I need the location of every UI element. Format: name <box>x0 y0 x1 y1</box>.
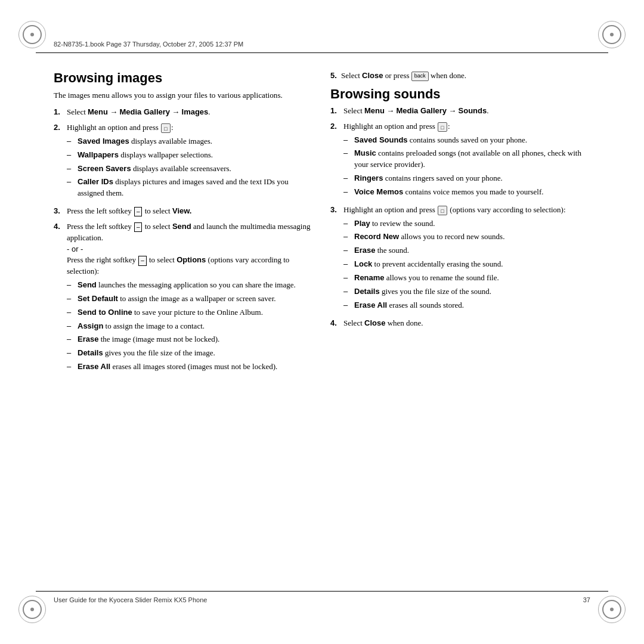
header-meta: 82-N8735-1.book Page 37 Thursday, Octobe… <box>54 41 243 48</box>
rmenu-bold: Menu <box>364 106 385 115</box>
rbullet-ringers-text: Ringers contains ringers saved on your p… <box>354 173 590 184</box>
close-bold: Close <box>362 71 383 80</box>
right-section-title: Browsing sounds <box>330 86 590 102</box>
rsounds-bold: Sounds <box>459 106 487 115</box>
bullet-erase-text: Erase the image (image must not be locke… <box>78 334 314 345</box>
bullet-send: – Send launches the messaging applicatio… <box>67 280 314 291</box>
left-step-2: 2. Highlight an option and press □: – Sa… <box>54 122 314 202</box>
rbullet-play: – Play to review the sound. <box>343 218 590 230</box>
rbullet-rename-text: Rename allows you to rename the sound fi… <box>354 273 590 284</box>
bullet-screensavers-text: Screen Savers displays available screens… <box>78 163 314 175</box>
reg-mark-br <box>602 600 621 619</box>
rbullet-rename: – Rename allows you to rename the sound … <box>343 273 590 284</box>
rbullet-saved-sounds-text: Saved Sounds contains sounds saved on yo… <box>354 135 590 146</box>
right-step-3: 3. Highlight an option and press □ (opti… <box>330 205 590 314</box>
dash-icon: – <box>67 177 75 199</box>
footer-bar <box>36 591 608 592</box>
rstep4-content: Select Close when done. <box>343 318 590 329</box>
right-step5: 5. Select Close or press back when done. <box>330 70 590 82</box>
rbullet-erase-all: – Erase All erases all sounds stored. <box>343 300 590 311</box>
dash-icon: – <box>67 321 75 332</box>
reg-mark-tl <box>23 25 42 44</box>
bullet-erase: – Erase the image (image must not be loc… <box>67 334 314 345</box>
rbullet-music: – Music contains preloaded songs (not av… <box>343 148 590 171</box>
bullet-saved-images-text: Saved Images displays available images. <box>78 136 314 147</box>
right-steps-list: 1. Select Menu → Media Gallery → Sounds.… <box>330 106 590 329</box>
rcenter-key2-icon: □ <box>438 206 447 215</box>
dash-icon: – <box>67 150 75 161</box>
step3-content: Press the left softkey – to select View. <box>67 206 314 217</box>
step5-num: 5. <box>330 71 337 80</box>
dash-icon: – <box>343 245 352 256</box>
left-column: Browsing images The images menu allows y… <box>54 60 314 587</box>
bullet-callerids: – Caller IDs displays pictures and image… <box>67 177 314 199</box>
center-key-icon: □ <box>161 123 171 133</box>
rbullet-details: – Details gives you the file size of the… <box>343 286 590 298</box>
rbullet-lock-text: Lock to prevent accidentally erasing the… <box>354 259 590 270</box>
reg-mark-tr <box>602 25 621 44</box>
dash-icon: – <box>343 148 352 171</box>
dash-icon: – <box>67 361 75 373</box>
rbullet-erase: – Erase the sound. <box>343 245 590 256</box>
left-section-title: Browsing images <box>54 70 314 86</box>
rstep4-num: 4. <box>330 318 341 329</box>
rstep1-num: 1. <box>330 106 341 117</box>
step4-num: 4. <box>54 221 64 375</box>
dash-icon: – <box>67 280 75 291</box>
media-gallery-bold: Media Gallery <box>119 107 170 116</box>
content-area: Browsing images The images menu allows y… <box>54 60 590 587</box>
left-intro: The images menu allows you to assign you… <box>54 89 314 101</box>
left-steps-list: 1. Select Menu → Media Gallery → Images.… <box>54 107 314 375</box>
bullet-wallpapers: – Wallpapers displays wallpaper selectio… <box>67 150 314 161</box>
softkey-right-icon: – <box>138 256 147 266</box>
rbullet-lock: – Lock to prevent accidentally erasing t… <box>343 259 590 270</box>
left-step-3: 3. Press the left softkey – to select Vi… <box>54 206 314 217</box>
rstep2-num: 2. <box>330 121 341 200</box>
rcenter-key-icon: □ <box>438 122 447 132</box>
footer-right: 37 <box>583 596 590 603</box>
dash-icon: – <box>343 300 352 311</box>
bullet-saved-images: – Saved Images displays available images… <box>67 136 314 147</box>
dash-icon: – <box>67 293 75 305</box>
dash-icon: – <box>67 136 75 147</box>
right-step-1: 1. Select Menu → Media Gallery → Sounds. <box>330 106 590 117</box>
right-column: 5. Select Close or press back when done.… <box>330 60 590 587</box>
bullet-callerids-text: Caller IDs displays pictures and images … <box>78 177 314 199</box>
images-bold: Images <box>182 107 209 116</box>
rstep2-content: Highlight an option and press □: – Saved… <box>343 121 590 200</box>
rbullet-voice-memos: – Voice Memos contains voice memos you m… <box>343 187 590 198</box>
footer-left: User Guide for the Kyocera Slider Remix … <box>54 596 207 603</box>
right-step-4: 4. Select Close when done. <box>330 318 590 329</box>
or-line: - or - <box>67 244 83 253</box>
bullet-wallpapers-text: Wallpapers displays wallpaper selections… <box>78 150 314 161</box>
right-step-2: 2. Highlight an option and press □: – Sa… <box>330 121 590 200</box>
rstep3-content: Highlight an option and press □ (options… <box>343 205 590 314</box>
rbullet-record-new: – Record New allows you to record new so… <box>343 231 590 243</box>
bullet-send-online: – Send to Online to save your picture to… <box>67 307 314 318</box>
reg-mark-bl <box>23 600 42 619</box>
step4-bullets: – Send launches the messaging applicatio… <box>67 280 314 373</box>
bullet-send-online-text: Send to Online to save your picture to t… <box>78 307 314 318</box>
dash-icon: – <box>67 348 75 359</box>
rclose-bold: Close <box>364 318 385 327</box>
step4-content: Press the left softkey – to select Send … <box>67 221 314 375</box>
bullet-set-default: – Set Default to assign the image as a w… <box>67 293 314 305</box>
dash-icon: – <box>343 231 352 243</box>
dash-icon: – <box>343 135 352 146</box>
left-step-4: 4. Press the left softkey – to select Se… <box>54 221 314 375</box>
dash-icon: – <box>67 307 75 318</box>
dash-icon: – <box>343 286 352 298</box>
step1-content: Select Menu → Media Gallery → Images. <box>67 107 314 118</box>
bullet-assign: – Assign to assign the image to a contac… <box>67 321 314 332</box>
dash-icon: – <box>343 218 352 230</box>
left-step-1: 1. Select Menu → Media Gallery → Images. <box>54 107 314 118</box>
bullet-details: – Details gives you the file size of the… <box>67 348 314 359</box>
rbullet-details-text: Details gives you the file size of the s… <box>354 286 590 298</box>
dash-icon: – <box>343 259 352 270</box>
rbullet-music-text: Music contains preloaded songs (not avai… <box>354 148 590 171</box>
rstep1-content: Select Menu → Media Gallery → Sounds. <box>343 106 590 117</box>
bullet-screensavers: – Screen Savers displays available scree… <box>67 163 314 175</box>
step3-num: 3. <box>54 206 64 217</box>
bullet-set-default-text: Set Default to assign the image as a wal… <box>78 293 314 305</box>
rstep2-bullets: – Saved Sounds contains sounds saved on … <box>343 135 590 198</box>
